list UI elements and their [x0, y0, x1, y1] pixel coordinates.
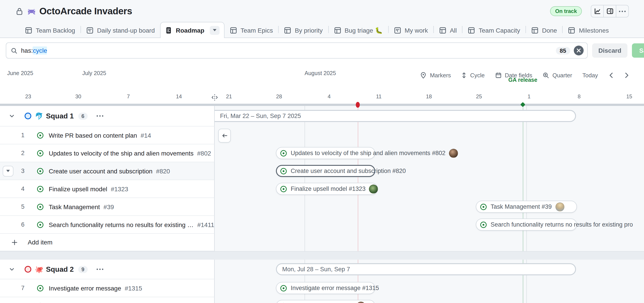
- row-left[interactable]: 5 Task Management #39: [0, 198, 215, 216]
- tab-all[interactable]: All: [434, 23, 462, 37]
- sort-cycle-menu[interactable]: Cycle: [459, 72, 487, 78]
- row-left[interactable]: 4 Finalize upsell model #1323: [0, 180, 215, 198]
- octopus-emoji: 🐙: [35, 265, 43, 273]
- tab-done[interactable]: Done: [526, 23, 562, 37]
- tab-my-work[interactable]: My work: [388, 23, 433, 37]
- week-tick: 7: [127, 93, 130, 100]
- side-panel-button[interactable]: [603, 5, 616, 17]
- row-menu-caret-button[interactable]: [3, 166, 14, 176]
- chevron-right-icon: [624, 72, 628, 78]
- markers-menu[interactable]: Markers: [418, 72, 453, 78]
- add-item-button[interactable]: Add item: [0, 234, 215, 251]
- group-menu-button[interactable]: [96, 269, 103, 270]
- view-tabs-bar: Team Backlog Daily stand-up board Roadma…: [0, 22, 644, 38]
- column-resize-handle[interactable]: [210, 93, 219, 102]
- tab-roadmap-active[interactable]: Roadmap: [160, 22, 224, 38]
- ga-release-marker-label[interactable]: GA release: [508, 77, 537, 83]
- issue-title[interactable]: Updates to velocity of the ship and alie…: [49, 149, 194, 157]
- scroll-to-bar-left-button[interactable]: [218, 129, 231, 143]
- timeline-bar-802[interactable]: Updates to velocity of the ship and alie…: [276, 147, 375, 159]
- scroll-left-button[interactable]: [606, 70, 616, 80]
- bar-label: Task Management #39: [490, 203, 552, 210]
- table-icon: [439, 26, 446, 34]
- table-icon: [230, 26, 237, 34]
- issue-number: #14: [141, 132, 151, 139]
- kebab-icon: [619, 10, 626, 12]
- insights-button[interactable]: [591, 5, 603, 17]
- open-issue-icon: [37, 132, 44, 139]
- timeline-bar-1323[interactable]: Finalize upsell model #1323: [276, 183, 378, 195]
- row-left[interactable]: 8 Final UX tweaks #1312: [0, 297, 215, 303]
- row-number: 1: [18, 132, 27, 139]
- row-left[interactable]: 1 Write PR based on content plan #14: [0, 126, 215, 144]
- avatar[interactable]: [555, 202, 564, 211]
- tab-bug-triage[interactable]: Bug triage 🐛: [328, 23, 388, 37]
- timeline-bar-1411[interactable]: Search functionality returns no results …: [476, 219, 577, 231]
- lock-icon: [16, 7, 23, 15]
- row-number: 5: [18, 203, 27, 210]
- issue-title[interactable]: Finalize upsell model: [49, 185, 107, 192]
- timeline-bar-820-selected[interactable]: Create user account and subscription #82…: [276, 165, 375, 177]
- iteration-range-pill[interactable]: Mon, Jul 28 – Sun, Sep 7: [276, 263, 576, 275]
- week-tick: 11: [376, 93, 382, 100]
- month-label-june: June 2025: [7, 70, 33, 76]
- iteration-range-pill[interactable]: Fri, Mar 22 – Sun, Sep 7 2025: [215, 110, 576, 122]
- week-tick: 4: [328, 93, 330, 100]
- timeline-bar-1312[interactable]: Final UX tweaks #1312: [276, 300, 375, 303]
- save-button[interactable]: Save: [632, 43, 644, 58]
- group-header-squad-2: 🐙 Squad 2 9 Mon, Jul 28 – Sun, Sep 7: [0, 260, 644, 279]
- row-left[interactable]: 7 Investigate error message #1315: [0, 279, 215, 297]
- tab-team-epics[interactable]: Team Epics: [224, 23, 278, 37]
- tab-daily-standup-board[interactable]: Daily stand-up board: [81, 23, 160, 37]
- view-options-caret-button[interactable]: [210, 26, 220, 35]
- issue-number: #1411: [197, 221, 214, 228]
- chevron-down-icon[interactable]: [9, 266, 15, 272]
- row-left[interactable]: 2 Updates to velocity of the ship and al…: [0, 144, 215, 162]
- open-issue-icon: [37, 149, 44, 157]
- tab-team-backlog[interactable]: Team Backlog: [20, 23, 80, 37]
- avatar[interactable]: [356, 302, 366, 303]
- group-menu-button[interactable]: [96, 115, 103, 117]
- table-row: 1 Write PR based on content plan #14: [0, 126, 644, 144]
- discard-button[interactable]: Discard: [592, 43, 628, 58]
- timeline-bar-1315[interactable]: Investigate error message #1315: [276, 282, 375, 294]
- issue-title[interactable]: Write PR based on content plan: [49, 132, 137, 139]
- month-label-july: July 2025: [82, 70, 106, 76]
- today-button[interactable]: Today: [580, 72, 600, 78]
- issue-title[interactable]: Search functionality returns no results …: [49, 221, 194, 228]
- avatar[interactable]: [449, 149, 458, 158]
- zoom-level-menu[interactable]: Quarter: [540, 72, 574, 78]
- group-count-badge: 6: [78, 112, 88, 120]
- more-options-button[interactable]: [616, 5, 628, 17]
- dolphin-emoji: 🐬: [35, 112, 43, 120]
- row-left-selected[interactable]: 3 Create user account and subscription #…: [0, 162, 215, 180]
- group-header-left[interactable]: 🐙 Squad 2 9: [0, 260, 215, 279]
- clear-filter-button[interactable]: [574, 45, 584, 55]
- chevron-down-icon[interactable]: [9, 113, 15, 119]
- tab-by-priority[interactable]: By priority: [279, 23, 328, 37]
- week-tick: 18: [426, 93, 432, 100]
- scroll-right-button[interactable]: [622, 70, 632, 80]
- issue-title[interactable]: Investigate error message: [49, 285, 121, 292]
- filter-input[interactable]: has:cycle 85: [6, 42, 588, 58]
- table-row: 3 Create user account and subscription #…: [0, 162, 644, 180]
- tab-milestones[interactable]: Milestones: [563, 23, 614, 37]
- status-badge[interactable]: On track: [550, 6, 582, 16]
- tab-team-capacity[interactable]: Team Capacity: [463, 23, 526, 37]
- issue-title[interactable]: Task Management: [49, 203, 100, 210]
- issue-title[interactable]: Create user account and subscription: [49, 167, 152, 175]
- open-issue-icon: [37, 167, 44, 175]
- screenshot-stage: OctoArcade Invaders On track: [0, 0, 644, 303]
- row-number: 3: [18, 168, 27, 174]
- group-header-left[interactable]: 🐬 Squad 1 6: [0, 106, 215, 126]
- timeline-bar-39[interactable]: Task Management #39: [476, 201, 577, 213]
- table-row: 7 Investigate error message #1315 Invest…: [0, 279, 644, 297]
- month-label-august: August 2025: [304, 70, 336, 76]
- project-title: OctoArcade Invaders: [39, 6, 132, 16]
- bar-label: Updates to velocity of the ship and alie…: [291, 150, 446, 156]
- today-marker-dot[interactable]: [356, 102, 360, 108]
- group-gap: [0, 251, 644, 260]
- avatar[interactable]: [369, 184, 378, 193]
- row-left[interactable]: 6 Search functionality returns no result…: [0, 216, 215, 234]
- close-icon: [576, 48, 581, 53]
